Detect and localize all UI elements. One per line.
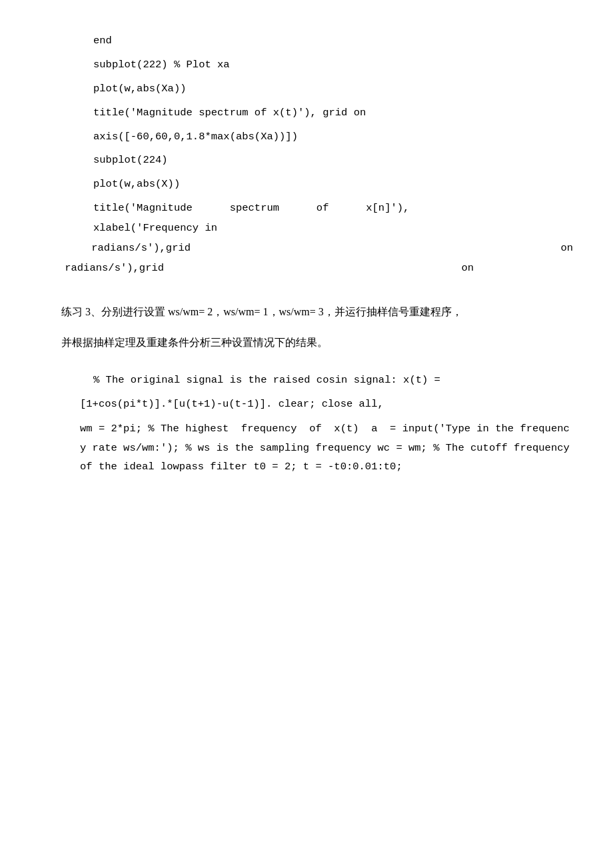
code-section-10: [1+cos(pi*t)].*[u(t+1)-u(t-1)]. clear; c… bbox=[40, 395, 573, 414]
chinese-para-2: 并根据抽样定理及重建条件分析三种设置情况下的结果。 bbox=[40, 333, 573, 353]
code-section-11: wm = 2*pi; % The highest frequency of x(… bbox=[40, 419, 573, 477]
main-content: end subplot(222) % Plot xa plot(w,abs(Xa… bbox=[40, 32, 573, 477]
chinese-para-1: 练习 3、分别进行设置 ws/wm= 2，ws/wm= 1，ws/wm= 3，并… bbox=[40, 302, 573, 322]
code-section-3: plot(w,abs(Xa)) bbox=[40, 80, 573, 99]
code-section-9: % The original signal is the raised cosi… bbox=[40, 371, 573, 390]
code-line-xlabel: xlabel('Frequency in bbox=[40, 219, 573, 238]
code-line-subplot222: subplot(222) % Plot xa bbox=[40, 56, 573, 75]
code-line-title-xn: title('Magnitude spectrum of x[n]'), bbox=[40, 199, 573, 218]
chinese-para-1-text: 练习 3、分别进行设置 ws/wm= 2，ws/wm= 1，ws/wm= 3，并… bbox=[61, 306, 462, 317]
code-line-axis1: axis([-60,60,0,1.8*max(abs(Xa))]) bbox=[40, 128, 573, 147]
code-line-plot-x: plot(w,abs(X)) bbox=[40, 175, 573, 194]
code-line-title-xt: title('Magnitude spectrum of x(t)'), gri… bbox=[40, 104, 573, 123]
code-line-axis2: radians/s'),grid on bbox=[40, 259, 573, 278]
code-line-original-signal: % The original signal is the raised cosi… bbox=[40, 371, 573, 390]
code-line-grid: radians/s'),grid on bbox=[40, 239, 573, 258]
code-section-7: plot(w,abs(X)) bbox=[40, 175, 573, 194]
code-section-4: title('Magnitude spectrum of x(t)'), gri… bbox=[40, 104, 573, 123]
chinese-para-2-text: 并根据抽样定理及重建条件分析三种设置情况下的结果。 bbox=[61, 337, 328, 348]
code-section-2: subplot(222) % Plot xa bbox=[40, 56, 573, 75]
code-line-plot-xa: plot(w,abs(Xa)) bbox=[40, 80, 573, 99]
code-section-6: subplot(224) bbox=[40, 151, 573, 170]
code-line-cos: [1+cos(pi*t)].*[u(t+1)-u(t-1)]. clear; c… bbox=[40, 395, 573, 414]
code-line-grid-on: on bbox=[560, 239, 573, 258]
code-line-subplot224: subplot(224) bbox=[40, 151, 573, 170]
spacer-2 bbox=[40, 357, 573, 365]
code-line-grid-radians: radians/s'),grid bbox=[67, 239, 191, 258]
spacer-1 bbox=[40, 283, 573, 291]
code-section-8: title('Magnitude spectrum of x[n]'), xla… bbox=[40, 199, 573, 278]
code-line-end: end bbox=[40, 32, 573, 51]
code-line-wm: wm = 2*pi; % The highest frequency of x(… bbox=[40, 419, 573, 477]
code-section-5: axis([-60,60,0,1.8*max(abs(Xa))]) bbox=[40, 128, 573, 147]
code-section-1: end bbox=[40, 32, 573, 51]
